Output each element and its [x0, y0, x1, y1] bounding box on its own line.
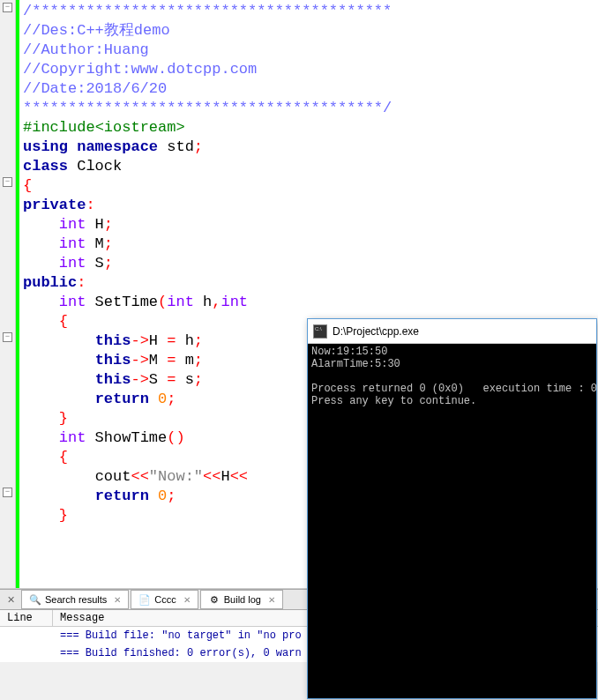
ident: std [167, 138, 194, 155]
kw: return [95, 488, 149, 504]
op: ( [158, 294, 167, 310]
kw: public [23, 274, 77, 291]
kw: class [23, 158, 68, 175]
console-icon [313, 324, 327, 339]
col-line[interactable]: Line [0, 610, 53, 626]
tab-label: Search results [45, 594, 107, 605]
doc-icon: 📄 [138, 593, 151, 606]
console-line: Process returned 0 (0x0) execution time … [311, 383, 598, 395]
ident: h [185, 332, 194, 349]
op: : [86, 197, 94, 213]
type: int [221, 294, 248, 310]
type: int [167, 294, 194, 310]
brace: { [59, 313, 68, 330]
op: -> [131, 371, 148, 388]
search-icon: 🔍 [29, 593, 41, 606]
op: = [158, 352, 185, 369]
brace: { [23, 177, 32, 194]
kw: private [23, 197, 86, 213]
type: int [59, 235, 86, 252]
kw: this [95, 371, 131, 388]
console-line: Press any key to continue. [311, 395, 476, 407]
kw: using [23, 138, 68, 155]
tab-build-log[interactable]: ⚙ Build log ✕ [200, 590, 283, 609]
op: ; [194, 352, 203, 369]
tab-cccc[interactable]: 📄 Cccc ✕ [131, 590, 198, 609]
op: -> [131, 352, 148, 369]
ident: H [149, 332, 158, 349]
fold-toggle[interactable]: − [3, 3, 12, 12]
ident: SetTime [86, 294, 158, 310]
op: , [212, 294, 221, 310]
num: 0 [149, 488, 167, 504]
preproc: <iostream> [95, 119, 185, 136]
console-line: AlarmTime:5:30 [311, 358, 400, 370]
console-titlebar[interactable]: D:\Project\cpp.exe [308, 319, 596, 344]
string: "Now:" [149, 468, 203, 485]
op: ; [167, 488, 176, 504]
kw: this [95, 332, 131, 349]
op: ; [104, 235, 113, 252]
ident: m [185, 352, 194, 369]
op: : [77, 274, 86, 291]
op: ; [194, 332, 203, 349]
op: << [203, 468, 221, 485]
op: ; [194, 138, 203, 155]
fold-toggle[interactable]: − [3, 488, 12, 497]
preproc: #include [23, 119, 95, 136]
brace: } [59, 507, 68, 524]
op: << [230, 468, 248, 485]
comment: //Author:Huang [23, 41, 149, 58]
ident: cout [95, 468, 131, 485]
close-icon[interactable]: ✕ [183, 595, 191, 605]
op: ; [167, 391, 176, 407]
op: = [158, 332, 185, 349]
fold-toggle[interactable]: − [3, 177, 12, 187]
comment: /***************************************… [23, 3, 392, 19]
comment: //Date:2018/6/20 [23, 80, 167, 97]
tab-search-results[interactable]: 🔍 Search results ✕ [21, 590, 129, 609]
op: = [158, 371, 185, 388]
type: int [59, 429, 86, 446]
op: -> [131, 332, 148, 349]
console-window[interactable]: D:\Project\cpp.exe Now:19:15:50 AlarmTim… [307, 318, 597, 699]
ident: H [221, 468, 229, 485]
op: ; [194, 371, 203, 388]
ident: S [149, 371, 158, 388]
tab-label: Cccc [154, 594, 176, 605]
op: ; [104, 216, 113, 233]
close-icon[interactable]: ✕ [4, 592, 18, 607]
kw: namespace [77, 138, 158, 155]
type: int [59, 216, 86, 233]
type: int [59, 255, 86, 272]
close-icon[interactable]: ✕ [268, 595, 275, 605]
ident: h [194, 294, 212, 310]
op: ; [104, 255, 113, 272]
kw: this [95, 352, 131, 369]
comment: //Des:C++教程demo [23, 22, 170, 39]
comment: //Copyright:www.dotcpp.com [23, 61, 257, 78]
ident: H [86, 216, 103, 233]
brace: { [59, 449, 68, 465]
ident: s [185, 371, 194, 388]
fold-toggle[interactable]: − [3, 332, 12, 342]
console-line: Now:19:15:50 [311, 346, 387, 358]
ident: M [149, 352, 158, 369]
tab-label: Build log [224, 594, 261, 605]
ident: ShowTime [86, 429, 167, 446]
close-icon[interactable]: ✕ [114, 595, 121, 605]
num: 0 [149, 391, 167, 407]
ident: M [86, 235, 103, 252]
console-output[interactable]: Now:19:15:50 AlarmTime:5:30 Process retu… [308, 344, 596, 698]
ident: S [86, 255, 103, 272]
comment: ****************************************… [23, 100, 392, 116]
op: ) [176, 429, 184, 446]
brace: } [59, 410, 68, 427]
kw: return [95, 391, 149, 407]
type: int [59, 294, 86, 310]
op: ( [167, 429, 176, 446]
ident: Clock [68, 158, 122, 175]
gear-icon: ⚙ [208, 593, 221, 606]
op: << [131, 468, 148, 485]
console-title: D:\Project\cpp.exe [333, 325, 419, 338]
